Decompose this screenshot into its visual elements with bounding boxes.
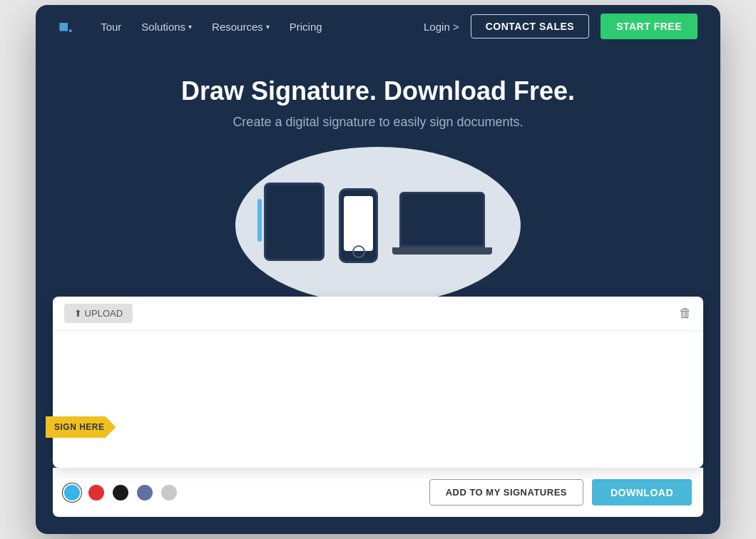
nav-link-pricing[interactable]: Pricing (290, 21, 322, 33)
upload-button[interactable]: ⬆ UPLOAD (64, 304, 133, 323)
color-red[interactable] (88, 485, 104, 500)
laptop-screen (399, 192, 485, 247)
nav-link-resources[interactable]: Resources ▾ (212, 21, 270, 33)
login-link[interactable]: Login > (424, 21, 459, 33)
signature-canvas-area: ⬆ UPLOAD 🗑 SIGN HERE (53, 297, 703, 468)
nav-links: Tour Solutions ▾ Resources ▾ Pricing (101, 21, 424, 33)
bottom-controls: ADD TO MY SIGNATURES DOWNLOAD (53, 468, 703, 517)
hero-subheading: Create a digital signature to easily sig… (58, 115, 698, 130)
color-black[interactable] (113, 485, 128, 500)
canvas-toolbar: ⬆ UPLOAD 🗑 (53, 297, 703, 331)
tablet-device-icon (264, 183, 325, 261)
hero-section: Draw Signature. Download Free. Create a … (36, 48, 720, 297)
download-button[interactable]: DOWNLOAD (592, 479, 692, 505)
color-gray-light[interactable] (161, 485, 177, 500)
phone-device-icon (339, 188, 378, 263)
navbar: ■. Tour Solutions ▾ Resources ▾ Pricing … (36, 5, 720, 48)
laptop-device-icon (392, 192, 492, 260)
color-blue[interactable] (64, 485, 80, 500)
browser-window: ■. Tour Solutions ▾ Resources ▾ Pricing … (36, 5, 720, 534)
speech-bubble (235, 147, 521, 297)
nav-link-solutions[interactable]: Solutions ▾ (141, 21, 192, 33)
sign-here-badge: SIGN HERE (46, 416, 116, 438)
nav-link-tour[interactable]: Tour (101, 21, 121, 33)
color-gray-dark[interactable] (137, 485, 153, 500)
resources-chevron-icon: ▾ (266, 23, 270, 31)
nav-right: Login > CONTACT SALES START FREE (424, 14, 698, 39)
start-free-button[interactable]: START FREE (601, 14, 698, 39)
action-buttons: ADD TO MY SIGNATURES DOWNLOAD (429, 479, 692, 505)
add-to-signatures-button[interactable]: ADD TO MY SIGNATURES (429, 479, 583, 505)
phone-screen (344, 196, 373, 251)
solutions-chevron-icon: ▾ (188, 23, 192, 31)
hero-heading: Draw Signature. Download Free. (58, 76, 698, 106)
signature-draw-area[interactable]: SIGN HERE (53, 331, 703, 445)
hero-illustration (58, 147, 698, 297)
logo: ■. (58, 16, 72, 36)
laptop-base (392, 247, 492, 255)
clear-canvas-button[interactable]: 🗑 (679, 306, 692, 321)
contact-sales-button[interactable]: CONTACT SALES (471, 14, 589, 38)
